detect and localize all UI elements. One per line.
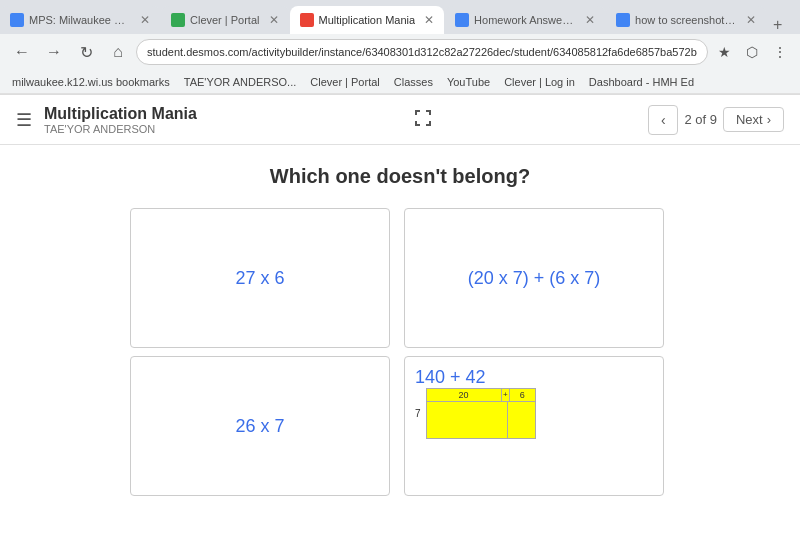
card-3[interactable]: 26 x 7: [130, 356, 390, 496]
bookmark-label-dashboard: Dashboard - HMH Ed: [589, 76, 694, 88]
next-button[interactable]: Next ›: [723, 107, 784, 132]
area-row-label: 7: [415, 408, 421, 419]
area-body-cell-left: [427, 402, 508, 438]
area-header-row: 20 + 6: [427, 389, 535, 402]
tab-favicon-mps: [10, 13, 24, 27]
card-4-text: 140 + 42: [415, 367, 486, 387]
prev-page-button[interactable]: ‹: [648, 105, 678, 135]
area-header-cell-20: 20: [427, 389, 502, 401]
main-content: Which one doesn't belong? 27 x 6 (20 x 7…: [0, 145, 800, 534]
tab-label-homework: Homework Answers from Su...: [474, 14, 576, 26]
tab-mps[interactable]: MPS: Milwaukee Public Scho... ✕: [0, 6, 160, 34]
card-3-text: 26 x 7: [235, 416, 284, 437]
tab-close-screenshot[interactable]: ✕: [746, 13, 756, 27]
forward-button[interactable]: →: [40, 38, 68, 66]
back-button[interactable]: ←: [8, 38, 36, 66]
app-container: ☰ Multiplication Mania TAE'YOR ANDERSON …: [0, 95, 800, 534]
tab-favicon-multiplication: [300, 13, 314, 27]
tab-favicon-screenshot: [616, 13, 630, 27]
tab-label-multiplication: Multiplication Mania: [319, 14, 416, 26]
extension-button[interactable]: ⬡: [740, 40, 764, 64]
home-button[interactable]: ⌂: [104, 38, 132, 66]
more-button[interactable]: ⋮: [768, 40, 792, 64]
refresh-button[interactable]: ↻: [72, 38, 100, 66]
question-title: Which one doesn't belong?: [270, 165, 530, 188]
tab-label-clever: Clever | Portal: [190, 14, 260, 26]
address-bar[interactable]: [136, 39, 708, 65]
card-4[interactable]: 140 + 42 7 20 + 6: [404, 356, 664, 496]
toolbar-icons: ★ ⬡ ⋮: [712, 40, 792, 64]
card-1-text: 27 x 6: [235, 268, 284, 289]
browser-chrome: MPS: Milwaukee Public Scho... ✕ Clever |…: [0, 0, 800, 95]
area-grid: 20 + 6: [426, 388, 536, 439]
next-label: Next: [736, 112, 763, 127]
tab-screenshot[interactable]: how to screenshot - Google S... ✕: [606, 6, 766, 34]
bookmarks-bar: milwaukee.k12.wi.us bookmarks TAE'YOR AN…: [0, 70, 800, 94]
header-nav: ‹ 2 of 9 Next ›: [648, 105, 784, 135]
header-left: ☰ Multiplication Mania TAE'YOR ANDERSON: [16, 105, 197, 135]
tab-bar: MPS: Milwaukee Public Scho... ✕ Clever |…: [0, 0, 800, 34]
cards-grid: 27 x 6 (20 x 7) + (6 x 7) 26 x 7 140 + 4…: [130, 208, 670, 496]
bookmark-clever-portal[interactable]: Clever | Portal: [306, 76, 384, 88]
next-arrow-icon: ›: [767, 112, 771, 127]
app-title-block: Multiplication Mania TAE'YOR ANDERSON: [44, 105, 197, 135]
card-1[interactable]: 27 x 6: [130, 208, 390, 348]
bookmark-taelyor[interactable]: TAE'YOR ANDERSO...: [180, 76, 301, 88]
tab-close-multiplication[interactable]: ✕: [424, 13, 434, 27]
fullscreen-button[interactable]: [414, 109, 432, 131]
app-header: ☰ Multiplication Mania TAE'YOR ANDERSON …: [0, 95, 800, 145]
tab-favicon-clever: [171, 13, 185, 27]
tab-close-homework[interactable]: ✕: [585, 13, 595, 27]
area-header-cell-6: 6: [510, 389, 535, 401]
tab-homework[interactable]: Homework Answers from Su... ✕: [445, 6, 605, 34]
app-subtitle: TAE'YOR ANDERSON: [44, 123, 197, 135]
tab-clever[interactable]: Clever | Portal ✕: [161, 6, 289, 34]
bookmark-classes[interactable]: Classes: [390, 76, 437, 88]
area-body-cell-right: [508, 402, 535, 438]
bookmark-label-taelyor: TAE'YOR ANDERSO...: [184, 76, 297, 88]
hamburger-menu[interactable]: ☰: [16, 109, 32, 131]
new-tab-button[interactable]: +: [767, 16, 788, 34]
bookmark-dashboard[interactable]: Dashboard - HMH Ed: [585, 76, 698, 88]
star-button[interactable]: ★: [712, 40, 736, 64]
bookmark-clever-login[interactable]: Clever | Log in: [500, 76, 579, 88]
bookmark-youtube[interactable]: YouTube: [443, 76, 494, 88]
bookmark-label-youtube: YouTube: [447, 76, 490, 88]
page-indicator: 2 of 9: [684, 112, 717, 127]
area-body-row: [427, 402, 535, 438]
toolbar: ← → ↻ ⌂ ★ ⬡ ⋮: [0, 34, 800, 70]
area-model-diagram: 7 20 + 6: [415, 388, 653, 439]
card-2[interactable]: (20 x 7) + (6 x 7): [404, 208, 664, 348]
bookmark-label-clever-login: Clever | Log in: [504, 76, 575, 88]
tab-label-mps: MPS: Milwaukee Public Scho...: [29, 14, 131, 26]
card-2-text: (20 x 7) + (6 x 7): [468, 268, 601, 289]
bookmark-label-classes: Classes: [394, 76, 433, 88]
tab-close-mps[interactable]: ✕: [140, 13, 150, 27]
bookmark-label-clever-portal: Clever | Portal: [310, 76, 380, 88]
header-center: [414, 109, 432, 131]
area-header-cell-plus: +: [502, 389, 510, 401]
app-title: Multiplication Mania: [44, 105, 197, 123]
bookmark-label-milwaukee: milwaukee.k12.wi.us bookmarks: [12, 76, 170, 88]
bookmark-milwaukee[interactable]: milwaukee.k12.wi.us bookmarks: [8, 76, 174, 88]
tab-label-screenshot: how to screenshot - Google S...: [635, 14, 737, 26]
tab-favicon-homework: [455, 13, 469, 27]
tab-multiplication[interactable]: Multiplication Mania ✕: [290, 6, 445, 34]
tab-close-clever[interactable]: ✕: [269, 13, 279, 27]
prev-arrow-icon: ‹: [661, 112, 666, 128]
